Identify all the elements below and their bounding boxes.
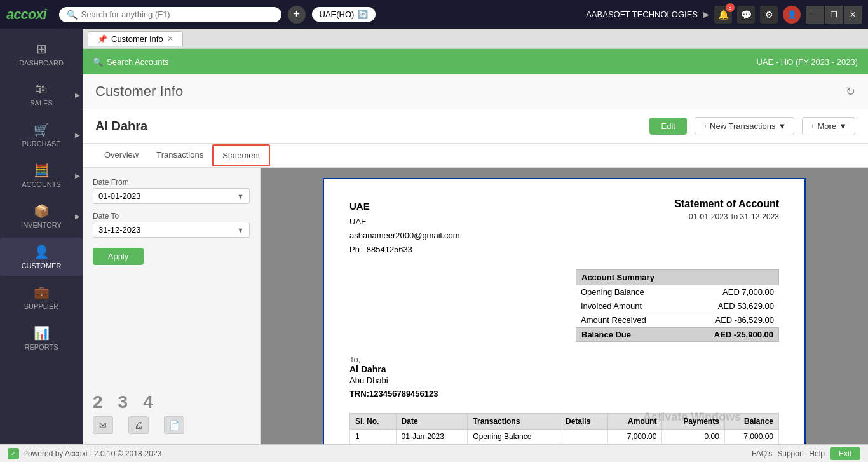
customer-info-body: Customer Info ↻ Al Dahra Edit + New Tran… (83, 74, 868, 444)
statement-container: Date From 01-01-2023 ▼ Date To 31-12-202… (83, 168, 868, 444)
user-avatar[interactable]: 👤 (783, 6, 801, 24)
stmt-company-line2: UAE (349, 215, 460, 229)
balance-due-value: AED -25,900.00 (714, 330, 773, 339)
cell-sl: 1 (350, 430, 397, 444)
cell-balance: 7,000.00 (724, 430, 778, 444)
amount-received-value: AED -86,529.00 (715, 315, 774, 325)
cell-payments: 0.00 (662, 430, 724, 444)
restore-button[interactable]: ❐ (825, 6, 843, 24)
sidebar-label-accounts: ACCOUNTS (22, 180, 61, 188)
page-header: 🔍 Search Accounts UAE - HO (FY 2023 - 20… (83, 49, 868, 74)
search-accounts-icon: 🔍 (93, 57, 103, 67)
sidebar-item-reports[interactable]: 📊 REPORTS (0, 319, 83, 357)
more-button[interactable]: + More ▼ (802, 117, 855, 135)
customer-info-tab[interactable]: 📌 Customer Info ✕ (88, 31, 183, 46)
header-company-info: UAE - HO (FY 2023 - 2023) (757, 57, 858, 67)
sidebar-item-purchase[interactable]: 🛒 PURCHASE ▶ (0, 116, 83, 154)
inner-tabs: Overview Transactions Statement (83, 144, 868, 168)
topbar: accoxi 🔍 + UAE(HO) 🔄 AABASOFT TECHNOLOGI… (0, 0, 868, 29)
app-logo: accoxi (6, 6, 46, 23)
sidebar-item-sales[interactable]: 🛍 SALES ▶ (0, 76, 83, 113)
date-to-label: Date To (93, 212, 250, 221)
statement-date-range: 01-01-2023 To 31-12-2023 (674, 212, 779, 221)
refresh-icon[interactable]: 🔄 (358, 10, 368, 19)
tab-transactions[interactable]: Transactions (147, 145, 212, 166)
email-button[interactable]: ✉ (93, 416, 113, 434)
sales-arrow: ▶ (75, 91, 80, 98)
date-to-value: 31-12-2023 (98, 225, 141, 234)
supplier-icon: 💼 (34, 285, 50, 300)
sidebar-item-customer[interactable]: 👤 CUSTOMER (0, 238, 83, 276)
tab-close-icon[interactable]: ✕ (167, 34, 173, 43)
sidebar-item-supplier[interactable]: 💼 SUPPLIER (0, 278, 83, 316)
sidebar-item-dashboard[interactable]: ⊞ DASHBOARD (0, 35, 83, 73)
transactions-table: Sl. No. Date Transactions Details Amount… (349, 413, 779, 444)
support-link[interactable]: Support (777, 449, 804, 458)
sidebar-label-sales: SALES (30, 99, 52, 107)
tab-bar: 📌 Customer Info ✕ (83, 29, 868, 49)
date-from-input[interactable]: 01-01-2023 ▼ (93, 188, 250, 204)
tab-statement[interactable]: Statement (212, 144, 270, 166)
statement-title-block: Statement of Account 01-01-2023 To 31-12… (674, 198, 779, 257)
step-numbers-row: 2 3 4 (93, 392, 250, 412)
refresh-page-icon[interactable]: ↻ (846, 85, 855, 99)
search-accounts-button[interactable]: 🔍 Search Accounts (93, 57, 169, 67)
accounts-arrow: ▶ (75, 172, 80, 179)
add-button[interactable]: + (288, 6, 306, 24)
powered-icon: ✓ (8, 448, 19, 459)
invoiced-amount-row: Invoiced Amount AED 53,629.00 (576, 299, 779, 313)
pdf-button[interactable]: 📄 (164, 416, 184, 434)
close-button[interactable]: ✕ (844, 6, 862, 24)
tab-overview[interactable]: Overview (95, 145, 147, 166)
to-name: Al Dahra (349, 364, 779, 374)
company-selector[interactable]: UAE(HO) 🔄 (312, 7, 376, 22)
help-link[interactable]: Help (809, 449, 825, 458)
email-icon: ✉ (99, 420, 107, 430)
opening-balance-label: Opening Balance (581, 287, 644, 297)
balance-due-label: Balance Due (581, 330, 631, 339)
search-bar[interactable]: 🔍 (59, 7, 281, 22)
stmt-company-name: UAE (349, 198, 460, 215)
customer-name: Al Dahra (95, 119, 642, 133)
date-from-value: 01-01-2023 (98, 191, 141, 201)
sidebar-item-inventory[interactable]: 📦 INVENTORY ▶ (0, 197, 83, 235)
search-icon: 🔍 (67, 10, 78, 20)
date-from-chevron: ▼ (237, 193, 244, 200)
edit-button[interactable]: Edit (649, 118, 686, 135)
right-panel: UAE UAE ashanameer2000@gmail.com Ph : 88… (261, 168, 868, 444)
messages-icon[interactable]: 💬 (737, 6, 755, 24)
window-controls: — ❐ ✕ (806, 6, 862, 24)
more-chevron: ▼ (839, 121, 847, 131)
exit-button[interactable]: Exit (830, 447, 860, 460)
pdf-icon: 📄 (169, 420, 180, 430)
cell-details (560, 430, 608, 444)
notifications-icon[interactable]: 🔔 8 (714, 6, 732, 24)
faq-link[interactable]: FAQ's (752, 449, 772, 458)
stmt-company-email: ashanameer2000@gmail.com (349, 229, 460, 243)
invoiced-amount-label: Invoiced Amount (581, 301, 642, 311)
account-summary: Account Summary Opening Balance AED 7,00… (576, 269, 779, 342)
customer-name-row: Al Dahra Edit + New Transactions ▼ + Mor… (83, 109, 868, 144)
apply-button[interactable]: Apply (93, 248, 144, 265)
minimize-button[interactable]: — (806, 6, 824, 24)
col-amount: Amount (608, 414, 662, 430)
table-header-row: Sl. No. Date Transactions Details Amount… (350, 414, 779, 430)
step-icons-row: ✉ 🖨 📄 (93, 416, 250, 434)
company-name: UAE(HO) (320, 10, 355, 19)
print-button[interactable]: 🖨 (128, 416, 149, 434)
to-trn: TRN:123456789456123 (349, 388, 779, 401)
action-steps: 2 3 4 ✉ 🖨 📄 (93, 379, 250, 434)
stmt-company-phone: Ph : 8854125633 (349, 243, 460, 257)
search-input[interactable] (81, 10, 274, 19)
ci-title-row: Customer Info ↻ (83, 74, 868, 109)
date-to-input[interactable]: 31-12-2023 ▼ (93, 222, 250, 238)
settings-icon[interactable]: ⚙ (760, 6, 778, 24)
sidebar-item-accounts[interactable]: 🧮 ACCOUNTS ▶ (0, 156, 83, 194)
sales-icon: 🛍 (35, 82, 48, 97)
topbar-right: AABASOFT TECHNOLOGIES ▶ 🔔 8 💬 ⚙ 👤 — ❐ ✕ (586, 6, 862, 24)
to-label: To, (349, 355, 779, 364)
date-from-label: Date From (93, 178, 250, 187)
new-transactions-button[interactable]: + New Transactions ▼ (695, 117, 794, 135)
purchase-icon: 🛒 (34, 122, 50, 137)
company-full-name: AABASOFT TECHNOLOGIES (586, 10, 698, 19)
